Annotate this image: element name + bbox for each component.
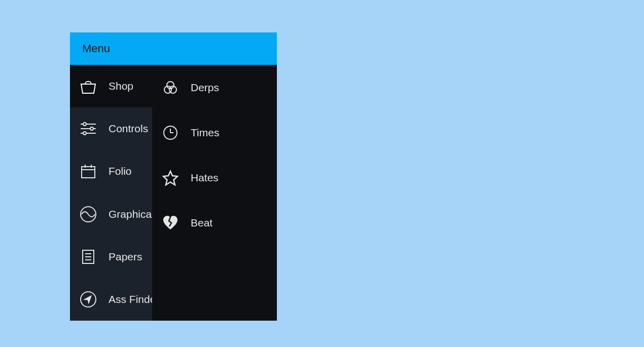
menu-item-graphical[interactable]: Graphical	[70, 193, 152, 236]
wave-icon	[79, 205, 97, 223]
menu-item-label: Beat	[191, 217, 212, 229]
svg-rect-6	[82, 167, 95, 178]
menu-item-controls[interactable]: Controls	[70, 107, 152, 150]
menu-item-hates[interactable]: Hates	[152, 155, 277, 200]
menu-columns: Shop Controls	[70, 65, 277, 321]
menu-item-label: Hates	[191, 172, 219, 184]
menu-right-column: Derps Times Hates	[152, 65, 277, 321]
heartbreak-icon	[161, 214, 180, 232]
menu-item-papers[interactable]: Papers	[70, 236, 152, 278]
menu-header: Menu	[70, 32, 277, 65]
calendar-icon	[79, 162, 97, 180]
menu-item-label: Graphical	[109, 208, 152, 220]
menu-title: Menu	[82, 42, 110, 55]
menu-item-label: Shop	[109, 80, 133, 92]
document-icon	[79, 248, 97, 266]
sliders-icon	[79, 120, 97, 138]
bag-icon	[79, 77, 97, 95]
star-icon	[161, 169, 180, 187]
menu-item-shop[interactable]: Shop	[70, 65, 152, 107]
menu-item-times[interactable]: Times	[152, 110, 277, 155]
compass-icon	[79, 290, 97, 309]
venn-icon	[161, 79, 180, 97]
menu-item-derps[interactable]: Derps	[152, 65, 277, 110]
menu-item-beat[interactable]: Beat	[152, 200, 277, 245]
menu-item-label: Ass Finder	[109, 293, 152, 305]
menu-item-label: Folio	[109, 165, 132, 177]
menu-item-folio[interactable]: Folio	[70, 150, 152, 192]
menu-panel: Menu Shop	[70, 32, 277, 321]
svg-point-5	[83, 132, 86, 135]
menu-item-label: Papers	[109, 251, 142, 263]
menu-item-label: Controls	[109, 123, 148, 135]
clock-icon	[161, 124, 180, 142]
menu-left-column: Shop Controls	[70, 65, 152, 321]
svg-point-3	[83, 123, 86, 126]
menu-item-label: Derps	[191, 82, 219, 94]
menu-item-label: Times	[191, 127, 219, 139]
menu-item-assfind[interactable]: Ass Finder	[70, 278, 152, 321]
svg-point-4	[90, 127, 93, 130]
